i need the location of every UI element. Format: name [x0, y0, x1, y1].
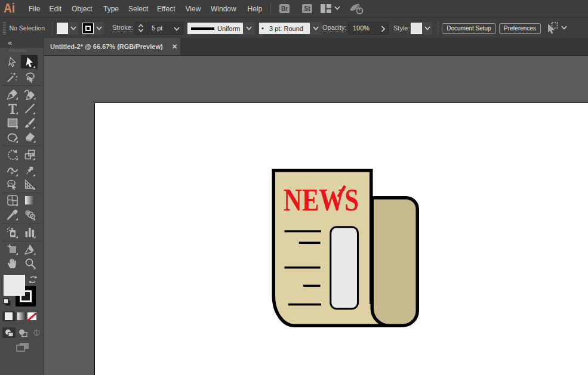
svg-text:NEWS: NEWS [284, 182, 359, 217]
